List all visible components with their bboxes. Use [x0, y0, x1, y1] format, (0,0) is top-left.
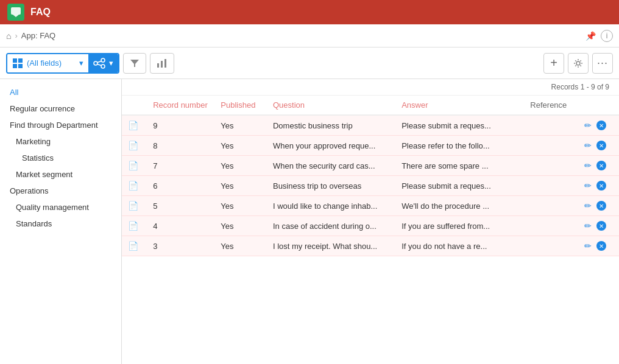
cell-record-number: 6	[147, 176, 214, 196]
add-button[interactable]: +	[543, 53, 564, 74]
edit-icon[interactable]: ✏	[584, 121, 592, 130]
cell-published: Yes	[214, 176, 267, 196]
row-icon: 📄	[122, 216, 147, 236]
svg-point-8	[101, 65, 105, 68]
cell-reference	[524, 196, 578, 216]
field-selector-chevron: ▾	[79, 58, 83, 68]
cell-record-number: 7	[147, 156, 214, 176]
edit-icon[interactable]: ✏	[584, 201, 592, 211]
field-selector-left: (All fields) ▾	[7, 54, 88, 72]
pin-icon[interactable]: 📌	[585, 31, 596, 41]
svg-rect-2	[13, 58, 17, 63]
table-body: 📄 9 Yes Domestic business trip Please su…	[122, 115, 619, 256]
sidebar-item-regular[interactable]: Regular ocurrence	[0, 100, 121, 117]
cell-actions: ✏✕	[578, 115, 619, 136]
cell-record-number: 4	[147, 216, 214, 236]
col-header-reference: Reference	[524, 96, 578, 115]
delete-icon[interactable]: ✕	[596, 221, 606, 231]
settings-button[interactable]	[568, 53, 589, 74]
edit-icon[interactable]: ✏	[584, 141, 592, 150]
delete-icon[interactable]: ✕	[596, 161, 606, 170]
col-header-record-number: Record number	[147, 96, 214, 115]
app-title: FAQ	[30, 7, 51, 18]
connect-icon	[93, 58, 105, 69]
svg-line-9	[97, 61, 101, 62]
breadcrumb-actions: 📌 i	[585, 30, 613, 42]
sidebar-item-statistics[interactable]: Statistics	[0, 150, 121, 166]
row-icon: 📄	[122, 156, 147, 176]
cell-reference	[524, 176, 578, 196]
doc-icon: 📄	[128, 141, 138, 150]
table-row: 📄 5 Yes I would like to change inhab... …	[122, 196, 619, 216]
row-icon: 📄	[122, 115, 147, 136]
svg-line-10	[97, 64, 101, 65]
edit-icon[interactable]: ✏	[584, 161, 592, 170]
svg-rect-0	[11, 7, 21, 15]
grid-icon	[12, 58, 23, 69]
chart-icon	[157, 58, 168, 68]
cell-answer: We'll do the procedure ...	[395, 196, 524, 216]
sidebar-item-all[interactable]: All	[0, 84, 121, 100]
field-selector-text: (All fields)	[27, 58, 76, 68]
delete-icon[interactable]: ✕	[596, 141, 606, 150]
sidebar-item-marketing[interactable]: Marketing	[0, 133, 121, 150]
row-icon: 📄	[122, 236, 147, 256]
edit-icon[interactable]: ✏	[584, 221, 592, 231]
field-selector[interactable]: (All fields) ▾ ▾	[6, 53, 119, 74]
cell-actions: ✏✕	[578, 196, 619, 216]
info-icon[interactable]: i	[601, 30, 613, 42]
delete-icon[interactable]: ✕	[596, 121, 606, 130]
row-icon: 📄	[122, 136, 147, 156]
cell-actions: ✏✕	[578, 136, 619, 156]
edit-icon[interactable]: ✏	[584, 241, 592, 251]
delete-icon[interactable]: ✕	[596, 241, 606, 251]
breadcrumb-bar: ⌂ › App: FAQ 📌 i	[0, 24, 619, 47]
cell-question: When the security card cas...	[267, 156, 395, 176]
svg-rect-3	[18, 58, 23, 63]
cell-actions: ✏✕	[578, 156, 619, 176]
content-area: Records 1 - 9 of 9 Record number Publish…	[122, 79, 619, 364]
chart-button[interactable]	[150, 53, 174, 74]
cell-reference	[524, 216, 578, 236]
svg-rect-12	[157, 63, 159, 68]
more-button[interactable]: ···	[592, 53, 613, 74]
edit-icon[interactable]: ✏	[584, 181, 592, 191]
cell-question: I would like to change inhab...	[267, 196, 395, 216]
doc-icon: 📄	[128, 221, 138, 231]
doc-icon: 📄	[128, 181, 138, 191]
doc-icon: 📄	[128, 201, 138, 211]
app-header: FAQ	[0, 0, 619, 24]
cell-question: I lost my receipt. What shou...	[267, 236, 395, 256]
cell-question: Domestic business trip	[267, 115, 395, 136]
cell-reference	[524, 236, 578, 256]
cell-answer: If you are suffered from...	[395, 216, 524, 236]
cell-published: Yes	[214, 115, 267, 136]
cell-published: Yes	[214, 216, 267, 236]
delete-icon[interactable]: ✕	[596, 181, 606, 191]
sidebar-item-find-through[interactable]: Find through Department	[0, 117, 121, 133]
breadcrumb-separator: ›	[15, 31, 17, 40]
field-selector-right-btn[interactable]: ▾	[88, 54, 118, 72]
cell-published: Yes	[214, 156, 267, 176]
col-header-icon	[122, 96, 147, 115]
svg-marker-11	[130, 60, 139, 67]
sidebar-item-standards[interactable]: Standards	[0, 215, 121, 232]
toolbar-right: + ···	[543, 53, 613, 74]
cell-reference	[524, 136, 578, 156]
cell-published: Yes	[214, 136, 267, 156]
records-info: Records 1 - 9 of 9	[122, 79, 619, 96]
table-row: 📄 9 Yes Domestic business trip Please su…	[122, 115, 619, 136]
cell-question: When your approved reque...	[267, 136, 395, 156]
doc-icon: 📄	[128, 121, 138, 130]
sidebar-item-quality[interactable]: Quality management	[0, 199, 121, 215]
sidebar-item-market-segment[interactable]: Market segment	[0, 166, 121, 183]
cell-published: Yes	[214, 236, 267, 256]
cell-reference	[524, 156, 578, 176]
sidebar-item-operations[interactable]: Operations	[0, 183, 121, 199]
delete-icon[interactable]: ✕	[596, 201, 606, 211]
doc-icon: 📄	[128, 161, 138, 170]
home-icon[interactable]: ⌂	[6, 31, 11, 41]
filter-button[interactable]	[123, 53, 146, 74]
svg-point-7	[101, 58, 105, 62]
cell-record-number: 9	[147, 115, 214, 136]
